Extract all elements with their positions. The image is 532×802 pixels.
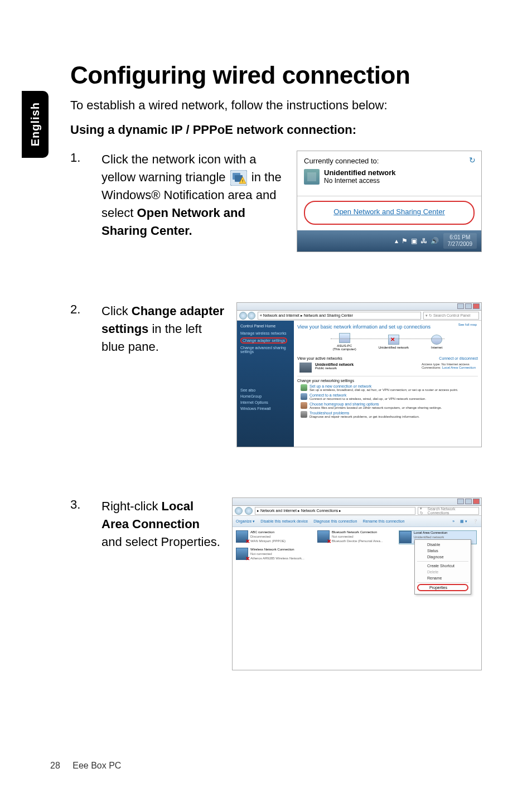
- back-button-3[interactable]: [235, 507, 243, 515]
- page-heading: Configuring wired connection: [70, 61, 482, 89]
- ctx-status[interactable]: Status: [415, 548, 471, 554]
- connection-bluetooth[interactable]: Bluetooth Network ConnectionNot connecte…: [317, 530, 395, 544]
- connection-icon: [236, 548, 248, 560]
- breadcrumb-bar-3[interactable]: ▸ Network and Internet ▸ Network Connect…: [255, 507, 415, 515]
- step-3-part1: Right-click: [101, 499, 162, 513]
- page-number: 28: [50, 761, 60, 770]
- local-area-connection-link[interactable]: Local Area Connection: [442, 366, 476, 369]
- connect-disconnect-link[interactable]: Connect or disconnect: [439, 356, 478, 360]
- main-heading: View your basic network information and …: [297, 324, 478, 330]
- forward-button[interactable]: [248, 312, 255, 320]
- sidebar-advanced-sharing[interactable]: Change advanced sharing settings: [240, 346, 291, 354]
- tray-icons[interactable]: ▴ ⚑ ▣ 🖧 🔊: [395, 237, 439, 245]
- step-3-text: Right-click Local Area Connection and se…: [101, 497, 221, 551]
- active-network-type: Public network: [315, 366, 354, 370]
- sidebar-change-adapter[interactable]: Change adapter settings: [240, 337, 287, 344]
- language-tab: English: [22, 91, 49, 158]
- titlebar-3: [233, 498, 481, 506]
- active-network-name: Unidentified network: [315, 363, 354, 366]
- network-map: ASUS-PC(This computer) Unidentified netw…: [297, 333, 478, 351]
- sub-heading: Using a dynamic IP / PPPoE network conne…: [70, 123, 482, 137]
- minimize-button[interactable]: [457, 303, 464, 309]
- step-3-number: 3.: [70, 497, 90, 512]
- sidebar-internet-options[interactable]: Internet Options: [240, 400, 291, 404]
- disable-device-button[interactable]: Disable this network device: [260, 519, 308, 523]
- connection-abc[interactable]: ABC connectionDisconnectedWAN Miniport (…: [236, 530, 314, 544]
- taskbar: ▴ ⚑ ▣ 🖧 🔊 6:01 PM 7/27/2009: [297, 230, 481, 252]
- back-button[interactable]: [239, 312, 247, 320]
- open-network-center-highlight: Open Network and Sharing Center: [304, 201, 475, 225]
- troubleshoot-link[interactable]: Troubleshoot problems: [309, 411, 419, 415]
- ctx-properties[interactable]: Properties: [429, 586, 447, 590]
- figure-1: ↻ Currently connected to: Unidentified n…: [297, 151, 482, 252]
- sidebar: Control Panel Home Manage wireless netwo…: [237, 321, 294, 447]
- open-network-center-link[interactable]: Open Network and Sharing Center: [333, 207, 444, 216]
- help-icon[interactable]: ❔: [473, 519, 478, 524]
- tray-flag-icon[interactable]: ⚑: [402, 237, 408, 245]
- sidebar-home[interactable]: Control Panel Home: [240, 324, 291, 328]
- rename-connection-button[interactable]: Rename this connection: [362, 519, 404, 523]
- forward-button-3[interactable]: [245, 507, 253, 515]
- connection-wireless[interactable]: Wireless Network ConnectionNot connected…: [236, 548, 314, 561]
- network-flyout: ↻ Currently connected to: Unidentified n…: [297, 151, 482, 252]
- main-content: Configuring wired connection To establis…: [70, 61, 482, 721]
- footer-title: Eee Box PC: [72, 761, 121, 770]
- tray-arrow-icon[interactable]: ▴: [395, 237, 398, 245]
- tray-power-icon[interactable]: ▣: [411, 237, 417, 245]
- address-bar-row: « Network and Internet ▸ Network and Sha…: [237, 311, 481, 321]
- step-2-text: Click Change adapter settings in the lef…: [101, 302, 225, 356]
- connect-network-link[interactable]: Connect to a network: [309, 393, 426, 397]
- search-input[interactable]: ▾ ↻ Search Control Panel: [423, 312, 479, 320]
- close-button[interactable]: [473, 303, 480, 309]
- maximize-button[interactable]: [465, 303, 472, 309]
- tray-sound-icon[interactable]: 🔊: [431, 237, 439, 245]
- minimize-button-3[interactable]: [457, 499, 464, 504]
- active-networks-label: View your active networks: [297, 356, 342, 360]
- view-icon[interactable]: ▦ ▾: [460, 519, 467, 524]
- main-panel: View your basic network information and …: [294, 321, 481, 447]
- diagnose-connection-button[interactable]: Diagnose this connection: [313, 519, 357, 523]
- breadcrumb-bar[interactable]: « Network and Internet ▸ Network and Sha…: [258, 312, 421, 320]
- step-1-row: 1. Click the network icon with a yellow …: [70, 151, 482, 252]
- clock-date: 7/27/2009: [448, 241, 473, 248]
- step-2-number: 2.: [70, 302, 90, 317]
- network-connections-window: ▸ Network and Internet ▸ Network Connect…: [232, 497, 482, 670]
- network-sharing-center-window: « Network and Internet ▸ Network and Sha…: [236, 302, 482, 447]
- organize-menu[interactable]: Organize ▾: [236, 519, 255, 524]
- search-input-3[interactable]: ▾ ↻ Search Network Connections: [418, 507, 479, 515]
- internet-icon: [431, 335, 442, 345]
- troubleshoot-icon: [301, 411, 307, 418]
- setup-connection-link[interactable]: Set up a new connection or network: [309, 384, 458, 388]
- ctx-diagnose[interactable]: Diagnose: [415, 554, 471, 560]
- homegroup-link[interactable]: Choose homegroup and sharing options: [309, 402, 442, 406]
- ctx-shortcut[interactable]: Create Shortcut: [415, 563, 471, 569]
- active-network-icon: [299, 363, 312, 373]
- figure-3: ▸ Network and Internet ▸ Network Connect…: [232, 497, 482, 670]
- see-full-map-link[interactable]: See full map: [458, 323, 477, 326]
- sidebar-homegroup[interactable]: HomeGroup: [240, 394, 291, 398]
- change-settings-label: Change your networking settings: [297, 376, 478, 383]
- maximize-button-3[interactable]: [465, 499, 472, 504]
- sidebar-firewall[interactable]: Windows Firewall: [240, 407, 291, 410]
- language-label: English: [29, 102, 42, 146]
- ctx-rename[interactable]: Rename: [415, 575, 471, 581]
- step-1-text: Click the network icon with a yellow war…: [101, 151, 286, 239]
- titlebar: [237, 303, 481, 311]
- page-footer: 28 Eee Box PC: [50, 761, 121, 771]
- connection-icon: [236, 530, 248, 543]
- step-3-part2: and select Properties.: [101, 535, 220, 549]
- refresh-icon[interactable]: ↻: [469, 156, 476, 165]
- connection-icon: [317, 530, 330, 543]
- clock-time: 6:01 PM: [448, 234, 473, 241]
- network-status-icon: [304, 169, 320, 185]
- step-2-row: 2. Click Change adapter settings in the …: [70, 302, 482, 447]
- taskbar-clock[interactable]: 6:01 PM 7/27/2009: [443, 233, 477, 249]
- connection-icon: [399, 531, 412, 543]
- connected-to-label: Currently connected to:: [304, 157, 475, 165]
- sidebar-manage-wireless[interactable]: Manage wireless networks: [240, 331, 291, 335]
- ctx-disable[interactable]: Disable: [415, 542, 471, 548]
- sidebar-change-adapter-highlight: Change adapter settings: [240, 337, 291, 344]
- context-menu: Disable Status Diagnose Create Shortcut …: [414, 539, 471, 595]
- close-button-3[interactable]: [473, 499, 480, 504]
- tray-network-icon[interactable]: 🖧: [420, 237, 427, 245]
